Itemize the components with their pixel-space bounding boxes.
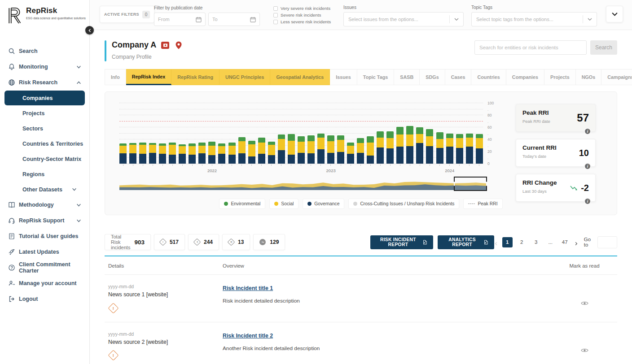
social-segment <box>179 146 186 154</box>
environmental-segment <box>446 134 453 139</box>
incident-title-link[interactable]: Risk Incident title 1 <box>223 285 273 291</box>
chevron-down-icon <box>72 187 77 192</box>
tab-cases[interactable]: Cases <box>445 69 472 85</box>
minimap-brush-handle[interactable] <box>454 177 487 191</box>
filter-bar: ACTIVE FILTERS 0 Filter by publication d… <box>90 0 632 30</box>
info-icon[interactable]: i <box>584 163 591 170</box>
entity-search-input[interactable] <box>474 40 587 55</box>
x-tick <box>456 165 463 166</box>
social-segment <box>466 138 473 147</box>
brush-right-handle[interactable] <box>486 182 487 186</box>
tab-topic-tags[interactable]: Topic Tags <box>357 69 394 85</box>
severity-count-pill: ~129 <box>253 234 285 250</box>
incidents-summary-row: Total Risk incidents903!517!!244!!!13~12… <box>105 234 617 250</box>
chart-bar <box>347 143 354 164</box>
brush-left-handle[interactable] <box>454 182 455 186</box>
eye-icon[interactable] <box>581 299 588 304</box>
sidebar-item-latest-updates[interactable]: Latest Updates <box>0 244 89 260</box>
info-icon[interactable]: i <box>584 198 591 205</box>
topic-tags-select[interactable]: Select topic tags from the options... <box>471 12 597 26</box>
tab-projects[interactable]: Projects <box>544 69 576 85</box>
sidebar-item-country-sector-matrix[interactable]: Country-Sector Matrix <box>4 152 85 166</box>
environmental-segment <box>298 136 305 142</box>
sidebar-item-regions[interactable]: Regions <box>4 167 85 182</box>
tab-countries[interactable]: Countries <box>471 69 506 85</box>
incident-title-link[interactable]: Risk Incident title 2 <box>223 333 273 339</box>
tab-reprisk-index[interactable]: RepRisk Index <box>126 69 171 85</box>
unsharp-circle-icon: ~ <box>259 239 266 245</box>
governance-segment <box>416 143 423 164</box>
tab-reprisk-rating[interactable]: RepRisk Rating <box>171 69 219 85</box>
risk-incident-report-button[interactable]: RISK INCIDENT REPORT A <box>370 235 433 249</box>
sidebar-item-companies[interactable]: Companies <box>4 91 85 105</box>
map-pin-icon[interactable] <box>174 41 183 50</box>
pagination-prev-button[interactable] <box>494 239 498 245</box>
sidebar-item-risk-research[interactable]: Risk Research <box>0 75 89 90</box>
sidebar-item-search[interactable]: Search <box>0 43 89 59</box>
environmental-segment <box>357 138 364 143</box>
governance-segment <box>228 155 236 164</box>
analytics-report-button[interactable]: ANALYTICS REPORT A <box>438 235 494 249</box>
incident-row: yyyy-mm-ddNews source 2 [website]!Risk I… <box>105 322 617 364</box>
pagination-page-2[interactable]: 2 <box>517 237 527 247</box>
issues-select[interactable]: Select issues from the options... <box>343 12 464 26</box>
x-tick <box>406 165 413 166</box>
tab-campaigns[interactable]: Campaigns <box>601 69 632 85</box>
governance-segment <box>208 155 215 164</box>
flag-badge-icon[interactable] <box>161 41 170 50</box>
info-icon[interactable]: i <box>584 128 591 135</box>
governance-segment <box>436 148 443 164</box>
date-from-input[interactable]: From <box>154 13 206 26</box>
severity-checkbox-less[interactable]: Less severe risk incidents <box>273 18 331 25</box>
environmental-segment <box>238 137 246 141</box>
search-button[interactable]: Search <box>590 40 617 55</box>
column-header-details: Details <box>108 263 223 269</box>
x-tick <box>426 165 433 166</box>
x-tick <box>436 165 443 166</box>
tab-ungc-principles[interactable]: UNGC Principles <box>219 69 270 85</box>
svg-text:A: A <box>485 242 486 244</box>
tab-ngos[interactable]: NGOs <box>576 69 602 85</box>
sidebar-item-sectors[interactable]: Sectors <box>4 121 85 136</box>
sidebar-item-countries-territories[interactable]: Countries & Territories <box>4 136 85 151</box>
tab-companies[interactable]: Companies <box>506 69 544 85</box>
pagination-next-button[interactable] <box>574 239 578 245</box>
pagination-page-47[interactable]: 47 <box>560 237 570 247</box>
sidebar-item-label: Methodology <box>19 202 54 208</box>
eye-icon[interactable] <box>581 347 588 351</box>
checkbox-icon <box>273 6 278 11</box>
tab-issues[interactable]: Issues <box>330 69 357 85</box>
chart-bar <box>327 135 334 164</box>
tab-info[interactable]: Info <box>105 69 126 85</box>
governance-segment <box>347 154 354 164</box>
sidebar-item-projects[interactable]: Projects <box>4 106 85 121</box>
chart-bar <box>179 144 186 164</box>
pagination-page-1[interactable]: 1 <box>502 237 513 247</box>
active-filters-button[interactable]: ACTIVE FILTERS 0 <box>100 6 154 23</box>
sidebar-collapse-button[interactable] <box>85 26 94 35</box>
goto-page-input[interactable] <box>597 236 617 248</box>
sidebar-item-other-datasets[interactable]: Other Datasets <box>4 182 85 197</box>
expand-filters-button[interactable] <box>606 6 623 22</box>
tab-geospatial-analytics[interactable]: Geospatial Analytics <box>270 69 330 85</box>
globe-icon <box>8 79 15 86</box>
severity-checkbox-severe[interactable]: Severe risk incidents <box>273 12 331 18</box>
bell-icon <box>8 63 15 70</box>
tab-sdgs[interactable]: SDGs <box>420 69 445 85</box>
legend-item-social: Social <box>269 199 298 209</box>
sidebar-item-methodology[interactable]: Methodology <box>0 197 89 212</box>
sidebar-item-tutorial-user-guides[interactable]: Tutorial & User guides <box>0 229 89 244</box>
social-segment <box>416 134 423 143</box>
date-to-input[interactable]: To <box>208 13 260 26</box>
sidebar-item-reprisk-support[interactable]: RepRisk Support <box>0 213 89 228</box>
goto-label: Go to <box>584 237 593 247</box>
social-segment <box>396 134 404 147</box>
sidebar-item-client-commitment-charter[interactable]: Client Commitment Charter <box>0 260 89 275</box>
severity-checkbox-very[interactable]: Very severe risk incidents <box>273 5 331 12</box>
sidebar-item-logout[interactable]: Logout <box>0 291 89 307</box>
sidebar-item-manage-your-account[interactable]: Manage your account <box>0 276 89 291</box>
pagination-page-3[interactable]: 3 <box>531 237 541 247</box>
sidebar-item-monitoring[interactable]: Monitoring <box>0 59 89 74</box>
tab-sasb[interactable]: SASB <box>394 69 420 85</box>
environmental-segment <box>347 143 354 146</box>
